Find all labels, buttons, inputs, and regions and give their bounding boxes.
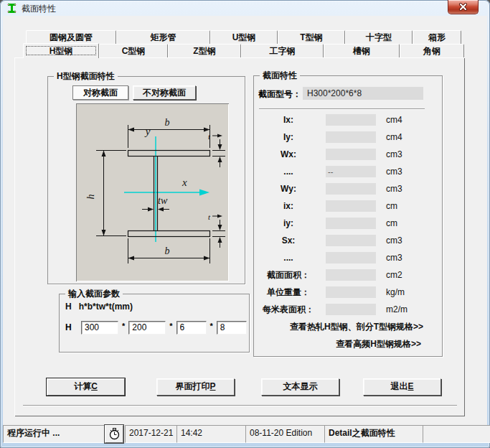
group-h-section-properties: H型钢截面特性 对称截面 不对称截面 <box>47 76 245 284</box>
tab-U型钢[interactable]: U型钢 <box>210 30 278 44</box>
dim-label-b-bottom: b <box>165 246 170 256</box>
property-label: Iy: <box>254 132 323 142</box>
property-label: 单位重量： <box>254 286 323 299</box>
axis-label-x: x <box>182 177 187 188</box>
property-label: 每米表面积： <box>254 304 323 316</box>
input-t[interactable] <box>217 321 247 335</box>
property-label: .... <box>254 167 323 177</box>
property-row: Ix:cm4 <box>254 111 443 129</box>
link-high-frequency-specs[interactable]: 查看高频H型钢规格>> <box>336 338 421 350</box>
property-value-field <box>326 200 376 212</box>
input-h[interactable] <box>81 321 118 335</box>
property-value-field <box>326 131 376 143</box>
property-row: iy:cm <box>254 215 443 232</box>
property-label: Wy: <box>254 184 323 194</box>
property-value-field <box>326 218 376 229</box>
format-hint-label: H h*b*tw*t(mm) <box>65 302 133 312</box>
bottom-divider-line <box>23 405 457 406</box>
tab-strip-row1: 圆钢及圆管矩形管U型钢T型钢十字型箱形 <box>26 30 461 44</box>
property-unit: cm2 <box>386 270 402 280</box>
property-row: 截面面积：cm2 <box>254 266 443 284</box>
property-unit: cm4 <box>386 115 402 125</box>
group-title: H型钢截面特性 <box>54 71 118 81</box>
property-rows: Ix:cm4Iy:cm4Wx:cm3....--cm3Wy:cm3ix:cmiy… <box>254 111 443 318</box>
property-row: 每米表面积：m2/m <box>254 301 443 318</box>
separator-line <box>259 108 425 110</box>
property-label: 截面面积： <box>254 269 323 281</box>
property-label: Wx: <box>254 149 323 159</box>
date-panel: 2017-12-21 <box>125 425 179 443</box>
group-input-parameters: 输入截面参数 H h*b*tw*t(mm) H*** <box>59 294 250 353</box>
tab-Z型钢[interactable]: Z型钢 <box>168 44 241 57</box>
titlebar[interactable]: 截面特性 <box>0 0 490 16</box>
property-value-field <box>326 269 376 281</box>
dim-label-t-bottom: t <box>208 213 211 221</box>
tab-圆钢及圆管[interactable]: 圆钢及圆管 <box>26 30 116 44</box>
tab-工字钢[interactable]: 工字钢 <box>241 44 324 57</box>
asymmetric-section-button[interactable]: 不对称截面 <box>133 85 196 100</box>
symmetric-section-button[interactable]: 对称截面 <box>72 85 128 100</box>
property-row: Wx:cm3 <box>254 146 443 163</box>
group-title: 输入截面参数 <box>65 289 123 299</box>
dim-label-t-top: t <box>208 132 211 141</box>
text-display-button[interactable]: 文本显示 <box>261 378 339 396</box>
tab-角钢[interactable]: 角钢 <box>400 44 464 57</box>
clock-panel <box>105 425 123 443</box>
tab-十字型[interactable]: 十字型 <box>345 30 413 44</box>
time-panel: 14:42 <box>176 425 249 443</box>
exit-button[interactable]: 退出E <box>363 378 441 396</box>
tab-strip-row2: H型钢C型钢Z型钢工字钢槽钢角钢 <box>23 44 464 57</box>
tab-箱形[interactable]: 箱形 <box>413 30 461 44</box>
property-unit: m2/m <box>386 304 407 314</box>
model-value-field: H300*200*6*8 <box>303 87 423 100</box>
print-button[interactable]: 界面打印P <box>156 378 235 396</box>
property-label: Sx: <box>254 235 323 246</box>
close-icon <box>458 3 468 11</box>
multiply-separator: * <box>122 322 125 330</box>
group-title: 截面特性 <box>260 70 300 80</box>
property-value-field <box>326 149 376 160</box>
property-unit: cm <box>386 218 397 228</box>
property-unit: kg/m <box>386 287 405 297</box>
tab-T型钢[interactable]: T型钢 <box>278 30 345 44</box>
dialog-window: 截面特性 圆钢及圆管矩形管U型钢T型钢十字型箱形 H型钢C型钢Z型钢工字钢槽钢角… <box>0 0 490 448</box>
input-tw[interactable] <box>176 321 207 335</box>
tab-H型钢[interactable]: H型钢 <box>23 43 99 58</box>
dim-label-h: h <box>85 195 96 200</box>
property-label: ix: <box>254 201 323 211</box>
property-unit: cm3 <box>386 167 402 177</box>
property-label: Ix: <box>254 115 323 125</box>
app-icon <box>6 3 17 14</box>
property-unit: cm3 <box>386 149 402 159</box>
section-diagram: b b h y x <box>76 103 229 281</box>
tab-槽钢[interactable]: 槽钢 <box>324 44 400 57</box>
property-row: Sx:cm3 <box>254 232 443 249</box>
property-row: ....--cm3 <box>254 163 443 180</box>
property-value-field <box>326 114 376 126</box>
calculate-button[interactable]: 计算C <box>47 378 125 396</box>
module-panel: Detail之截面特性 <box>324 425 426 443</box>
multiply-separator: * <box>210 322 213 330</box>
dim-label-tw: tw <box>158 195 168 206</box>
property-label: .... <box>254 253 323 263</box>
model-label: 截面型号： <box>258 88 301 101</box>
property-value-field <box>326 304 376 315</box>
link-hot-rolled-specs[interactable]: 查看热轧H型钢、剖分T型钢规格>> <box>290 321 423 333</box>
close-button[interactable] <box>448 0 479 14</box>
property-unit: cm4 <box>386 132 402 142</box>
property-row: ....cm3 <box>254 249 443 266</box>
property-unit: cm3 <box>386 184 402 194</box>
property-row: ix:cm <box>254 197 443 215</box>
edition-panel: 08-11-20 Edition <box>245 425 328 443</box>
dim-label-b-top: b <box>165 117 170 128</box>
tab-C型钢[interactable]: C型钢 <box>99 44 168 57</box>
property-unit: cm3 <box>386 253 402 263</box>
input-b[interactable] <box>128 321 166 335</box>
spare-panel <box>423 425 490 443</box>
tab-矩形管[interactable]: 矩形管 <box>116 30 210 44</box>
property-value-field <box>326 286 376 298</box>
property-label: iy: <box>254 218 323 228</box>
property-row: 单位重量：kg/m <box>254 284 443 301</box>
property-unit: cm <box>386 201 397 211</box>
h-beam-cross-section-drawing: b b h y x <box>76 103 229 281</box>
